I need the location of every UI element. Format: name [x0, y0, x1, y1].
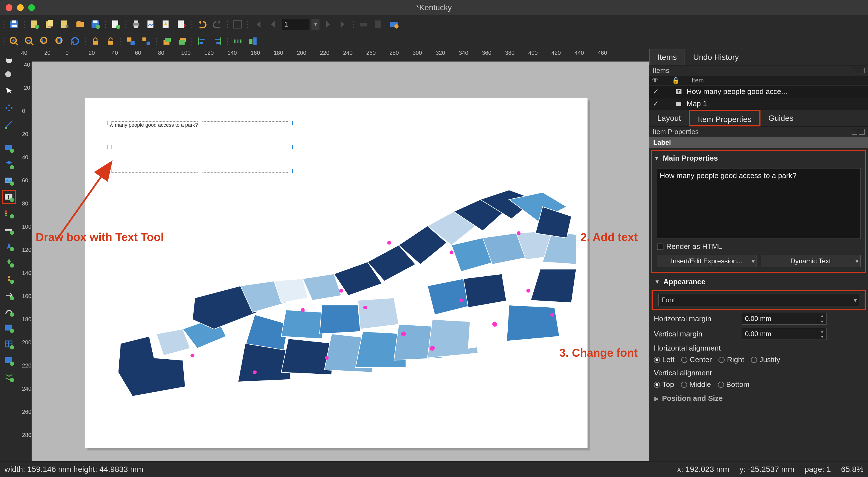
zoom-out-button[interactable] — [23, 34, 36, 48]
add-marker-tool[interactable] — [2, 271, 17, 286]
add-from-template-button[interactable] — [109, 18, 122, 31]
export-svg-button[interactable] — [160, 18, 173, 31]
main-properties-header[interactable]: ▼ Main Properties — [652, 151, 865, 166]
lock-button[interactable] — [89, 34, 102, 48]
subtab-guides[interactable]: Guides — [761, 110, 801, 126]
save-template-button[interactable] — [89, 18, 102, 31]
pan-tool[interactable] — [2, 51, 17, 66]
zoom-fit-button[interactable] — [53, 34, 67, 48]
page-spin[interactable]: ▾ — [312, 19, 319, 30]
resize-handle[interactable] — [198, 121, 202, 125]
halign-justify-radio[interactable]: Justify — [751, 355, 780, 364]
resize-handle[interactable] — [107, 145, 112, 149]
export-image-button[interactable] — [145, 18, 158, 31]
close-panel-icon[interactable] — [859, 129, 865, 135]
select-tool[interactable] — [2, 84, 17, 99]
save-button[interactable] — [7, 18, 21, 31]
subtab-item-properties[interactable]: Item Properties — [689, 110, 761, 126]
add-label-tool[interactable]: T — [2, 190, 17, 204]
zoom-in-button[interactable] — [7, 34, 21, 48]
unlock-button[interactable] — [104, 34, 117, 48]
first-page-button[interactable] — [251, 18, 265, 31]
export-atlas-button[interactable] — [372, 18, 385, 31]
halign-center-radio[interactable]: Center — [681, 355, 712, 364]
render-html-checkbox[interactable] — [657, 244, 663, 250]
add-table-tool[interactable] — [2, 337, 17, 352]
lower-button[interactable] — [175, 34, 188, 48]
zoom-full-button[interactable] — [231, 18, 244, 31]
add-scalebar-tool[interactable] — [2, 222, 17, 237]
zoom-window-icon[interactable] — [28, 4, 35, 11]
visibility-check-icon[interactable]: ✓ — [652, 87, 659, 96]
appearance-header[interactable]: ▼ Appearance — [649, 275, 868, 289]
resize-button[interactable] — [246, 34, 259, 48]
print-atlas-button[interactable] — [357, 18, 370, 31]
close-window-icon[interactable] — [6, 4, 12, 11]
spin-buttons[interactable]: ▲▼ — [818, 328, 826, 339]
duplicate-layout-button[interactable] — [43, 18, 56, 31]
resize-handle[interactable] — [289, 121, 292, 125]
map-item[interactable] — [96, 166, 576, 406]
add-image-tool[interactable] — [2, 173, 17, 188]
undock-icon[interactable] — [851, 68, 857, 73]
resize-handle[interactable] — [289, 145, 292, 149]
layout-manager-button[interactable] — [58, 18, 72, 31]
raise-button[interactable] — [160, 34, 173, 48]
add-northarrow-tool[interactable] — [2, 239, 17, 254]
item-row-label[interactable]: ✓ T How many people good acce... — [649, 86, 868, 98]
refresh-button[interactable] — [68, 34, 82, 48]
subtab-layout[interactable]: Layout — [649, 110, 689, 126]
halign-left-radio[interactable]: Left — [654, 355, 675, 364]
layout-page[interactable]: w many people good access to a park? — [85, 98, 588, 448]
layout-canvas[interactable]: w many people good access to a park? — [32, 62, 649, 461]
align-left-button[interactable] — [195, 34, 209, 48]
add-legend-tool[interactable] — [2, 206, 17, 221]
add-shape-tool[interactable] — [2, 255, 17, 270]
distribute-button[interactable] — [231, 34, 244, 48]
last-page-button[interactable] — [336, 18, 350, 31]
add-fixed-table-tool[interactable] — [2, 353, 17, 368]
redo-button[interactable] — [211, 18, 224, 31]
align-right-button[interactable] — [211, 34, 224, 48]
undock-icon[interactable] — [851, 129, 857, 135]
open-template-button[interactable] — [73, 18, 87, 31]
dynamic-text-button[interactable]: Dynamic Text▾ — [761, 255, 861, 267]
prev-page-button[interactable] — [267, 18, 280, 31]
add-arrow-tool[interactable] — [2, 288, 17, 303]
spin-buttons[interactable]: ▲▼ — [818, 313, 826, 324]
item-properties-scroll[interactable]: ▼ Main Properties Render as HTML Insert/… — [649, 148, 868, 461]
visibility-check-icon[interactable]: ✓ — [652, 99, 659, 108]
zoom-actual-button[interactable]: 1:1 — [38, 34, 51, 48]
edit-nodes-tool[interactable] — [2, 117, 17, 131]
new-layout-button[interactable]: + — [28, 18, 41, 31]
atlas-settings-button[interactable] — [387, 18, 401, 31]
move-content-tool[interactable] — [2, 100, 17, 115]
group-button[interactable] — [124, 34, 138, 48]
add-mesh-tool[interactable] — [2, 370, 17, 384]
minimize-window-icon[interactable] — [17, 4, 24, 11]
label-item-selected[interactable]: w many people good access to a park? — [108, 121, 292, 173]
insert-expression-button[interactable]: Insert/Edit Expression...▾ — [657, 255, 757, 267]
add-html-tool[interactable] — [2, 321, 17, 335]
halign-right-radio[interactable]: Right — [718, 355, 744, 364]
page-number-input[interactable] — [282, 19, 310, 30]
add-map-tool[interactable] — [2, 141, 17, 155]
add-node-tool[interactable] — [2, 304, 17, 319]
hmargin-input[interactable]: 0.00 mm ▲▼ — [742, 313, 827, 325]
undo-button[interactable] — [195, 18, 209, 31]
tab-undo-history[interactable]: Undo History — [685, 49, 747, 65]
item-row-map[interactable]: ✓ Map 1 — [649, 98, 868, 110]
zoom-tool[interactable] — [2, 68, 17, 82]
label-text-input[interactable] — [657, 168, 861, 239]
font-combo[interactable]: Font ▾ — [658, 294, 859, 306]
render-html-row[interactable]: Render as HTML — [657, 240, 861, 253]
ungroup-button[interactable] — [140, 34, 153, 48]
resize-handle[interactable] — [107, 121, 112, 125]
tab-items[interactable]: Items — [649, 49, 685, 65]
print-button[interactable] — [129, 18, 143, 31]
export-pdf-button[interactable] — [175, 18, 188, 31]
status-zoom[interactable]: 65.8% — [841, 465, 864, 474]
valign-top-radio[interactable]: Top — [654, 380, 674, 389]
add-3dmap-tool[interactable] — [2, 157, 17, 172]
vmargin-input[interactable]: 0.00 mm ▲▼ — [742, 328, 827, 340]
